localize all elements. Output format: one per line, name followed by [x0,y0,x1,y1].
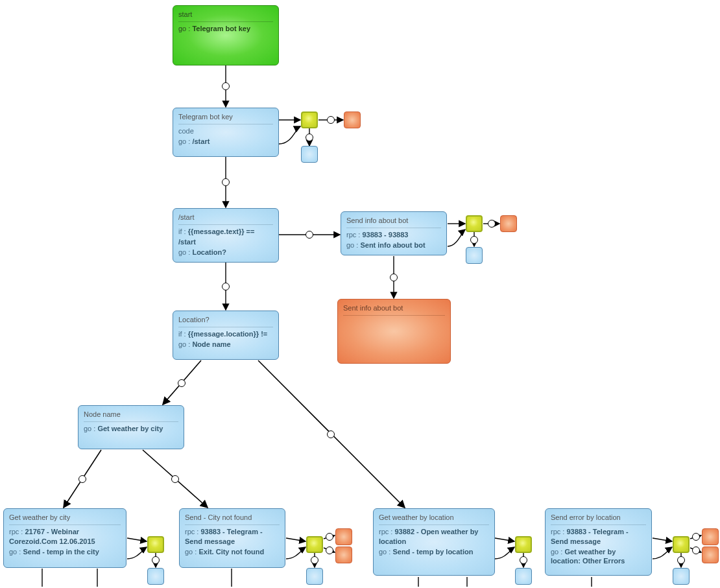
svg-line-20 [163,360,201,405]
line-key: go : [178,248,190,256]
connection-layer [0,0,720,588]
line-value: 93883 - 93883 [362,231,408,239]
svg-point-19 [390,274,398,281]
line-value: Location? [192,248,226,256]
port-blue[interactable] [515,568,532,585]
node-send-info-bot[interactable]: Send info about bot rpc : 93883 - 93883 … [341,211,447,255]
svg-point-1 [222,83,230,90]
node-title: Node name [84,410,178,422]
node-title: Sent info about bot [343,303,445,316]
node-sent-info-bot[interactable]: Sent info about bot [337,299,451,364]
port-orange[interactable] [500,215,517,232]
svg-line-46 [653,538,672,541]
svg-line-41 [495,538,514,541]
svg-point-48 [693,534,700,541]
svg-line-22 [258,360,405,508]
node-send-city-not-found[interactable]: Send - City not found rpc : 93883 - Tele… [179,508,285,568]
svg-line-28 [127,538,147,541]
svg-line-33 [286,538,306,541]
line-value: Send - temp by location [392,548,473,556]
line-key: go : [346,241,358,249]
line-key: go : [178,137,190,145]
line-value: {{message.location}} != [188,330,268,338]
port-orange[interactable] [335,547,352,563]
port-blue[interactable] [147,568,164,585]
port-yellow[interactable] [306,536,323,553]
svg-point-39 [311,557,318,564]
node-title: Send error by location [551,513,646,525]
line-value: /start [192,137,210,145]
line-key: go : [185,548,197,556]
node-telegram-bot-key[interactable]: Telegram bot key code go : /start [173,108,279,157]
line-value: 93882 - Open weather by location [379,528,478,545]
node-title: Send info about bot [346,216,441,228]
svg-line-24 [64,450,101,508]
svg-point-50 [693,547,700,554]
svg-point-8 [306,134,313,141]
port-orange[interactable] [702,528,719,545]
node-title: Telegram bot key [178,112,273,124]
line-value: /start [178,238,196,246]
port-blue[interactable] [301,146,318,163]
svg-point-30 [152,557,160,564]
svg-line-47 [690,535,701,539]
svg-point-15 [488,220,496,228]
node-title: start [178,10,273,22]
line-key: rpc : [346,231,360,239]
svg-point-21 [178,380,186,387]
port-yellow[interactable] [466,215,483,232]
line-key: go : [84,425,95,432]
line-key: if : [178,330,186,338]
svg-line-36 [324,548,335,552]
svg-point-43 [520,557,527,564]
line-value: Sent info about bot [360,241,425,249]
line-value: Node name [192,340,230,348]
node-title: Location? [178,315,273,327]
line-key: go : [178,25,190,32]
node-title: Send - City not found [185,513,280,525]
line-value: Get weather by city [97,425,163,432]
node-get-weather-by-location[interactable]: Get weather by location rpc : 93882 - Op… [373,508,495,576]
svg-point-25 [79,476,86,483]
svg-line-49 [690,548,701,552]
port-orange[interactable] [344,112,361,128]
port-yellow[interactable] [515,536,532,553]
port-blue[interactable] [466,247,483,264]
svg-point-23 [328,431,335,438]
svg-point-10 [222,283,230,290]
line-value: Telegram bot key [192,25,250,32]
svg-point-6 [328,117,335,124]
line-key: rpc : [9,528,23,535]
svg-line-26 [143,450,208,508]
line-key: if : [178,228,186,235]
line-value: Get weather by location: Other Errors [551,548,625,565]
line-key: go : [9,548,21,556]
line-key: rpc : [379,528,392,535]
line-value: Send - temp in the city [23,548,99,556]
port-blue[interactable] [306,568,323,585]
node-send-error-by-location[interactable]: Send error by location rpc : 93883 - Tel… [545,508,652,576]
node-node-name[interactable]: Node name go : Get weather by city [78,405,184,449]
line-value: {{message.text}} == [188,228,255,235]
flow-canvas[interactable]: start go : Telegram bot key Telegram bot… [0,0,720,588]
node-title: Get weather by city [9,513,121,525]
line-value: Exit. City not found [198,548,264,556]
node-start[interactable]: start go : Telegram bot key [173,5,279,65]
port-orange[interactable] [335,528,352,545]
svg-point-35 [326,534,333,541]
port-yellow[interactable] [301,112,318,128]
svg-point-27 [172,476,179,483]
port-blue[interactable] [673,568,690,585]
line-key: go : [178,340,190,348]
port-orange[interactable] [702,547,719,563]
node-location[interactable]: Location? if : {{message.location}} != g… [173,311,279,360]
node-start-cmd[interactable]: /start if : {{message.text}} == /start g… [173,208,279,263]
svg-point-12 [306,231,313,239]
port-yellow[interactable] [673,536,690,553]
svg-point-17 [471,237,478,244]
svg-point-3 [222,179,230,186]
node-get-weather-by-city[interactable]: Get weather by city rpc : 21767 - Webina… [3,508,126,568]
line-key: go : [379,548,390,556]
node-title: /start [178,213,273,225]
port-yellow[interactable] [147,536,164,553]
